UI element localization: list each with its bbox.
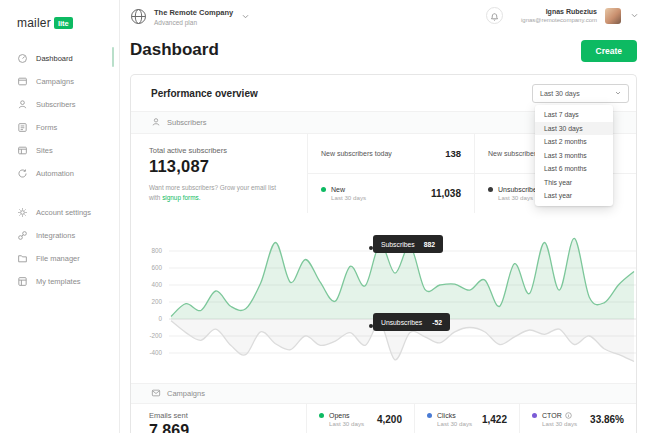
forms-icon [17, 122, 28, 133]
clicks-stat-cell: ClicksLast 30 days1,422 [414, 404, 519, 433]
svg-text:800: 800 [151, 247, 162, 254]
campaigns-icon [151, 388, 161, 400]
date-range-option-last-6-months[interactable]: Last 6 months [535, 162, 613, 176]
link-icon [17, 230, 28, 241]
sidebar-item-file-manager[interactable]: File manager [0, 247, 119, 270]
subscribes-tooltip-label: Subscribes [381, 241, 415, 248]
date-range-option-last-3-months[interactable]: Last 3 months [535, 149, 613, 163]
new-dot [321, 187, 326, 192]
unsubscribes-tooltip-value: -52 [432, 319, 442, 326]
create-button[interactable]: Create [581, 40, 637, 62]
gear-icon [17, 207, 28, 218]
sidebar-item-automation[interactable]: Automation [0, 162, 119, 185]
app-root: mailer lite DashboardCampaignsSubscriber… [0, 0, 650, 433]
date-range-select[interactable]: Last 30 days [532, 84, 629, 103]
brand-logo[interactable]: mailer lite [0, 0, 119, 30]
total-subscribers-value: 113,087 [149, 157, 289, 176]
date-range-option-last-30-days[interactable]: Last 30 days [535, 122, 613, 136]
date-range-option-last-2-months[interactable]: Last 2 months [535, 135, 613, 149]
total-subscribers-label: Total active subscribers [149, 146, 289, 155]
subscribers-icon [17, 99, 28, 110]
sidebar-item-label: Integrations [36, 231, 75, 240]
svg-text:-400: -400 [149, 349, 162, 356]
sidebar-item-integrations[interactable]: Integrations [0, 224, 119, 247]
notifications-button[interactable] [486, 7, 503, 24]
date-range-option-this-year[interactable]: This year [535, 176, 613, 190]
bell-icon [490, 11, 499, 21]
sidebar-item-sites[interactable]: Sites [0, 139, 119, 162]
sidebar-item-label: File manager [36, 254, 80, 263]
template-icon [17, 276, 28, 287]
user-menu[interactable]: Ignas Rubezius ignas@remotecompany.com [521, 8, 597, 23]
campaigns-section-label: Campaigns [167, 389, 205, 398]
company-switcher[interactable]: The Remote Company Advanced plan [130, 8, 249, 26]
date-range-option-last-year[interactable]: Last year [535, 189, 613, 203]
unsubscribes-tooltip-label: Unsubscribes [381, 319, 422, 326]
avatar[interactable] [605, 8, 621, 24]
subscribers-chart[interactable]: 8006004002000-200-400 Subscribes 882 Uns… [131, 213, 636, 383]
performance-title: Performance overview [151, 88, 258, 99]
clicks-sub: Last 30 days [437, 420, 472, 427]
sidebar-item-label: Dashboard [36, 54, 73, 63]
opens-stat-cell: OpensLast 30 days4,200 [306, 404, 414, 433]
folder-icon [17, 253, 28, 264]
chevron-down-icon [242, 14, 249, 19]
sidebar-item-account-settings[interactable]: Account settings [0, 201, 119, 224]
campaigns-stats-cells: OpensLast 30 days4,200ClicksLast 30 days… [306, 404, 636, 433]
campaigns-icon [17, 76, 28, 87]
svg-text:200: 200 [151, 298, 162, 305]
chevron-down-icon [631, 13, 638, 18]
subscribes-tooltip: Subscribes 882 [373, 235, 443, 253]
logo-text: mailer [17, 16, 51, 30]
subscribes-point-marker [369, 246, 373, 250]
clicks-value: 1,422 [482, 414, 507, 425]
user-email: ignas@remotecompany.com [521, 17, 597, 23]
date-range-option-last-7-days[interactable]: Last 7 days [535, 108, 613, 122]
sidebar-scrollbar-thumb[interactable] [112, 47, 114, 67]
company-plan: Advanced plan [154, 19, 233, 26]
automation-icon [17, 168, 28, 179]
opens-sub: Last 30 days [329, 420, 364, 427]
ctor-sub: Last 30 days [542, 420, 577, 427]
opens-dot [319, 413, 324, 418]
info-icon[interactable] [565, 412, 572, 419]
new-last30-value: 11,038 [431, 188, 461, 199]
subscribers-hint: Want more subscribers? Grow your email l… [149, 183, 289, 203]
svg-text:0: 0 [158, 315, 162, 322]
sidebar-item-label: My templates [36, 277, 81, 286]
svg-text:600: 600 [151, 264, 162, 271]
unsubscribed-dot [488, 187, 493, 192]
sidebar-item-subscribers[interactable]: Subscribers [0, 93, 119, 116]
svg-text:400: 400 [151, 281, 162, 288]
sidebar-item-label: Automation [36, 169, 74, 178]
sidebar-item-label: Forms [36, 123, 57, 132]
unsubscribes-point-marker [369, 324, 373, 328]
user-area: Ignas Rubezius ignas@remotecompany.com [486, 7, 638, 24]
subscribes-tooltip-value: 882 [424, 241, 435, 248]
subscribers-icon [151, 117, 161, 129]
new-subscribers-today-value: 138 [445, 148, 461, 159]
new-sub: Last 30 days [331, 194, 366, 201]
sidebar-item-dashboard[interactable]: Dashboard [0, 47, 119, 70]
opens-value: 4,200 [377, 414, 402, 425]
opens-label: Opens [329, 412, 350, 419]
clicks-label: Clicks [437, 412, 456, 419]
sidebar-item-campaigns[interactable]: Campaigns [0, 70, 119, 93]
company-globe-icon [130, 8, 147, 25]
user-name: Ignas Rubezius [521, 8, 597, 15]
sidebar-item-label: Account settings [36, 208, 91, 217]
unsubscribes-tooltip: Unsubscribes -52 [373, 313, 450, 331]
new-subscribers-today-label: New subscribers today [321, 150, 392, 157]
sidebar-nav-primary: DashboardCampaignsSubscribersFormsSitesA… [0, 47, 119, 185]
campaigns-section-header: Campaigns [131, 383, 636, 404]
sidebar-item-my-templates[interactable]: My templates [0, 270, 119, 293]
chevron-down-icon [615, 91, 621, 95]
signup-forms-link[interactable]: signup forms. [162, 194, 200, 201]
sidebar-item-forms[interactable]: Forms [0, 116, 119, 139]
campaigns-stats: Emails sent 7,869 OpensLast 30 days4,200… [131, 404, 636, 433]
performance-card: Performance overview Last 30 days Last 7… [130, 74, 637, 433]
new-last30-cell: New Last 30 days 11,038 [307, 174, 474, 214]
svg-text:-200: -200 [149, 332, 162, 339]
emails-sent-value: 7,869 [149, 422, 288, 433]
sidebar-item-label: Campaigns [36, 77, 74, 86]
